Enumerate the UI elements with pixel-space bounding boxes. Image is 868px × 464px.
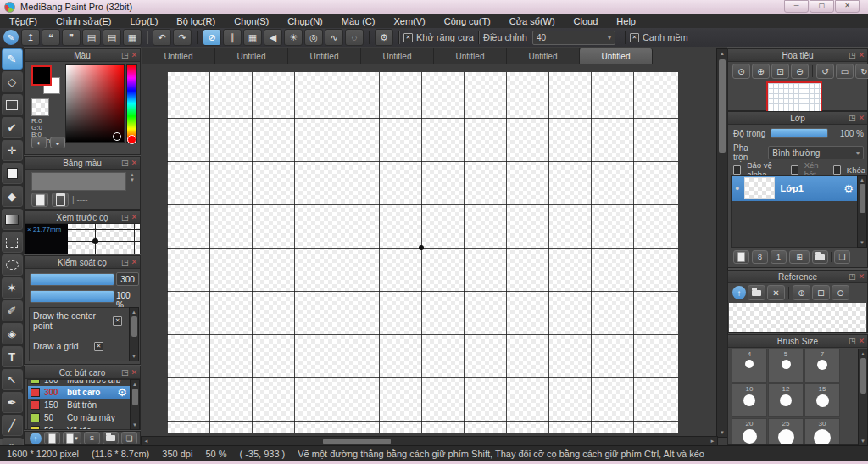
redo-icon[interactable]: ↷ [173, 29, 192, 46]
scroll-down-icon[interactable]: ▼ [860, 238, 865, 247]
layer-row-selected[interactable]: ● Lớp1 ⚙ [732, 176, 857, 201]
snap-off-icon[interactable]: ⊘ [203, 29, 221, 46]
snap-settings-icon[interactable]: ⚙ [375, 29, 393, 46]
move-tool[interactable]: ✛ [2, 140, 23, 161]
select-move-tool[interactable]: ↖ [2, 369, 23, 390]
brush-tool[interactable]: ✎ [2, 48, 23, 70]
snap-grid-icon[interactable]: ▦ [243, 29, 262, 46]
new-brush-menu-button[interactable]: ▾ [63, 432, 81, 444]
menu-window[interactable]: Cửa sổ(W) [500, 16, 565, 26]
menu-tools[interactable]: Công cụ(T) [435, 16, 500, 26]
select-pen-tool[interactable]: ✐ [2, 300, 23, 321]
popout-icon[interactable]: ◳ [121, 368, 129, 377]
brush-size-cell[interactable]: 4 [732, 349, 767, 383]
zoom-in-button[interactable]: ⊕ [793, 285, 810, 300]
cloud-save-icon[interactable]: ✎ [3, 30, 19, 45]
layer-opacity-slider[interactable] [771, 128, 828, 138]
popout-icon[interactable]: ◳ [849, 51, 856, 59]
new-8bit-layer-button[interactable]: 8 [752, 250, 768, 264]
export-icon[interactable]: ↥ [21, 29, 40, 46]
brush-size-value[interactable]: 300 [116, 272, 139, 286]
scroll-up-icon[interactable]: ▲ [132, 380, 137, 389]
rotate-left-button[interactable]: ↺ [816, 64, 834, 79]
layer-scrollbar[interactable]: ▲ ▼ [857, 175, 867, 248]
correction-select[interactable]: 40 ▾ [532, 31, 615, 45]
delete-color-button[interactable] [52, 193, 69, 207]
scroll-up-icon[interactable]: ▲ [720, 49, 725, 58]
duplicate-brush-button[interactable]: ❏ [121, 432, 137, 444]
open-reference-button[interactable] [748, 285, 765, 300]
scroll-up-icon[interactable]: ▲ [860, 349, 865, 358]
tab-untitled[interactable]: Untitled [288, 48, 361, 64]
brush-settings-icon[interactable]: ⚙ [117, 386, 127, 399]
hue-cursor[interactable] [127, 135, 136, 144]
palette-grid[interactable] [31, 172, 126, 191]
scrollbar-thumb[interactable] [719, 59, 726, 153]
pick-color-button[interactable]: ◒ [50, 137, 65, 148]
brush-option[interactable]: Draw the center point✕ [30, 308, 129, 333]
text-tool[interactable]: T [2, 346, 23, 367]
brush-item[interactable]: 150Bút tròn [28, 399, 130, 411]
popout-icon[interactable]: ◳ [849, 114, 856, 122]
swap-color-button[interactable]: ◐ [31, 137, 47, 148]
close-icon[interactable]: ✕ [858, 51, 865, 59]
brush-size-cell[interactable]: 15 [804, 383, 840, 417]
close-icon[interactable]: ✕ [131, 51, 137, 59]
popout-icon[interactable]: ◳ [849, 337, 856, 345]
dot-pen-tool[interactable]: ✔ [2, 117, 23, 138]
scroll-down-icon[interactable]: ▼ [131, 352, 136, 361]
checked-checkbox[interactable]: ✕ [94, 342, 103, 351]
menu-cloud[interactable]: Cloud [565, 16, 608, 26]
close-icon[interactable]: ✕ [858, 272, 865, 281]
scrollbar-thumb[interactable] [323, 439, 391, 444]
brush-size-cell[interactable]: 20 [732, 418, 767, 444]
tab-untitled[interactable]: Untitled [215, 48, 288, 64]
zoom-in-button[interactable]: ⊕ [752, 64, 770, 79]
tab-untitled[interactable]: Untitled [507, 48, 580, 64]
cloud-import-icon[interactable]: ↑ [732, 286, 746, 299]
brush-size-scrollbar[interactable]: ▲ ▼ [858, 349, 868, 446]
scroll-down-icon[interactable]: ▼ [860, 437, 865, 445]
menu-layer[interactable]: Lớp(L) [120, 16, 167, 26]
scroll-up-icon[interactable]: ▲ [131, 308, 136, 316]
popout-icon[interactable]: ◳ [121, 51, 129, 59]
select-eraser-tool[interactable]: ◈ [2, 323, 23, 344]
layer-folder-button[interactable] [812, 250, 828, 264]
new-brush-button[interactable] [44, 432, 60, 444]
undo-icon[interactable]: ↶ [153, 29, 171, 46]
layer-settings-icon[interactable]: ⚙ [843, 182, 854, 195]
brush-option[interactable]: Center the grid origin✕ [30, 359, 129, 361]
checked-checkbox[interactable]: ✕ [113, 316, 122, 326]
magic-wand-tool[interactable]: ✶ [2, 277, 23, 299]
restore-button[interactable]: ▢ [810, 0, 834, 13]
brush-size-cell[interactable]: 7 [804, 349, 840, 383]
scroll-down-icon[interactable]: ▼ [132, 421, 137, 429]
close-icon[interactable]: ✕ [131, 368, 137, 377]
soft-edge-checkbox[interactable]: ✕ [630, 33, 639, 42]
menu-color[interactable]: Màu (C) [332, 16, 385, 26]
lock-checkbox[interactable] [833, 165, 841, 175]
brush-size-slider[interactable] [30, 273, 114, 286]
brush-opacity-slider[interactable] [30, 290, 114, 303]
brush-item-selected[interactable]: 300bút caro ⚙ [28, 386, 130, 399]
drawing-canvas[interactable] [167, 72, 678, 433]
zoom-out-button[interactable]: ⊖ [791, 64, 809, 79]
ruler-pen-tool[interactable]: ✒ [2, 392, 23, 413]
gradient-tool[interactable] [2, 209, 23, 230]
zoom-reset-button[interactable]: ⊙ [732, 64, 750, 79]
brush-size-cell[interactable]: 30 [804, 418, 840, 444]
layer-folder-add-button[interactable]: ⊞ [789, 250, 810, 264]
eyedropper-tool[interactable]: ╱ [2, 415, 23, 436]
close-button[interactable]: ✕ [835, 0, 860, 13]
hue-bar[interactable] [126, 64, 137, 143]
snap-parallel-icon[interactable]: ∥ [223, 29, 242, 46]
tab-untitled[interactable]: Untitled [434, 48, 507, 64]
snap-free-icon[interactable]: ◌ [345, 29, 364, 46]
menu-capture[interactable]: Chụp(N) [278, 16, 332, 26]
rotate-right-button[interactable]: ↻ [855, 64, 868, 79]
menu-edit[interactable]: Chỉnh sửa(E) [47, 16, 120, 26]
menu-view[interactable]: Xem(V) [384, 16, 434, 26]
saturation-value-box[interactable] [65, 64, 125, 143]
scroll-up-icon[interactable]: ▲ [860, 176, 865, 184]
alpha-protect-checkbox[interactable] [733, 165, 741, 175]
